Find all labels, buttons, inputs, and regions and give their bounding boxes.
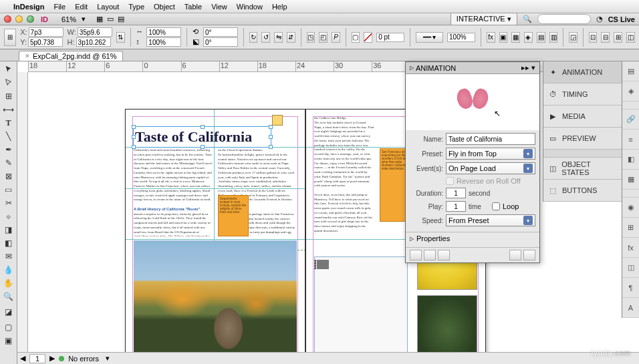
menu-object[interactable]: Object [154,3,175,11]
paragraph-icon[interactable]: P [332,32,340,43]
fit-proportionally-icon[interactable]: ◫ [626,32,635,43]
gap-tool-icon[interactable]: ⟷ [1,103,16,116]
panel-buttons[interactable]: ⬚BUTTONS [543,180,622,202]
rotate-90-cw-icon[interactable]: ↻ [249,32,258,43]
flip-vertical-icon[interactable]: ⇵ [287,32,295,43]
stroke-swatch-icon[interactable] [364,32,372,43]
x-position-input[interactable] [29,27,63,37]
animation-proxy-icon[interactable] [272,115,283,126]
anim-preset-select[interactable]: Fly in from Top▾ [446,148,535,160]
body-text-column-3[interactable]: the Golden Gate Bridge.The next day incl… [314,116,374,236]
type-tool-icon[interactable]: T [1,116,16,130]
convert-to-path-icon[interactable] [438,250,450,260]
links-dock-icon[interactable]: 🔗 [622,110,639,130]
effects-icon[interactable]: fx [487,32,495,43]
show-animation-proxy-icon[interactable] [509,250,521,260]
minimize-window-icon[interactable] [15,15,23,23]
selection-tool-icon[interactable] [1,63,16,76]
zoom-dropdown-icon[interactable]: ▾ [82,15,86,23]
search-input[interactable] [537,14,591,24]
scissors-tool-icon[interactable]: ✂ [1,196,16,210]
pen-tool-icon[interactable]: ✒ [1,143,16,156]
close-window-icon[interactable] [4,15,11,23]
align-dock-icon[interactable]: ⊞ [622,218,639,238]
character-styles-dock-icon[interactable]: A [622,298,639,318]
anim-speed-select[interactable]: From Preset▾ [446,214,535,226]
panel-timing[interactable]: ⏱TIMING [543,83,622,106]
stroke-dock-icon[interactable]: ≡ [622,130,639,150]
flip-horizontal-icon[interactable]: ⇋ [274,32,283,43]
select-content-icon[interactable]: ◰ [319,32,328,43]
height-input[interactable] [76,37,111,47]
pages-dock-icon[interactable]: ▤ [622,61,639,81]
animation-panel[interactable]: ▷ANIMATION▸▸ ▾ ↖ Name: Preset:Fly in fro… [405,61,540,263]
stroke-weight-input[interactable] [376,33,404,42]
apply-color-icon[interactable]: ▢ [1,321,16,334]
paragraph-styles-dock-icon[interactable]: ¶ [622,278,639,298]
fit-content-icon[interactable]: ⊡ [589,32,598,43]
color-dock-icon[interactable]: ◧ [622,150,639,170]
text-wrap-none-icon[interactable]: ▣ [499,32,508,43]
slideshow-frame[interactable] [314,256,408,355]
anim-play-input[interactable] [446,201,466,212]
rotate-input[interactable] [203,27,238,37]
sidebar-callout[interactable]: Departments located in most include, exp… [218,195,249,236]
anim-properties-toggle[interactable]: Properties [416,234,450,242]
effects-dock-icon[interactable]: fx [622,238,639,258]
view-mode-normal-icon[interactable]: ▣ [1,334,16,347]
text-wrap-jump-icon[interactable]: ▤ [537,32,545,43]
pathfinder-dock-icon[interactable]: ◉ [622,198,639,218]
y-position-input[interactable] [28,37,63,47]
panel-animation[interactable]: ✦ANIMATION [543,61,622,83]
scale-x-input[interactable] [146,27,181,37]
object-styles-dock-icon[interactable]: ◫ [622,258,639,278]
select-container-icon[interactable]: ◳ [307,32,315,43]
anim-duration-input[interactable] [446,188,466,198]
close-tab-icon[interactable]: ✕ [25,53,30,59]
view-options-icon[interactable]: ▦ [96,15,103,23]
workspace-switcher[interactable]: INTERACTIVE ▾ [451,13,517,25]
swatches-dock-icon[interactable]: ▦ [622,170,639,190]
menu-help[interactable]: Help [272,3,287,11]
zoom-level[interactable]: 61% [61,15,76,23]
corner-options-icon[interactable]: ◲ [569,32,578,43]
loop-checkbox[interactable] [492,202,500,210]
panel-media[interactable]: ▶MEDIA [543,106,622,128]
reference-point-icon[interactable]: ⊞ [4,29,16,46]
vertical-ruler[interactable] [17,72,28,364]
fill-swatch-icon[interactable]: ▢ [352,32,360,43]
text-wrap-bounding-icon[interactable]: ▦ [511,32,520,43]
menu-layout[interactable]: Layout [97,3,119,11]
document-tab[interactable]: ✕ ExpCali_2pg.indd @ 61% [19,51,123,61]
menu-table[interactable]: Table [184,3,202,11]
scale-y-input[interactable] [146,37,181,47]
line-tool-icon[interactable]: ╲ [1,130,16,143]
eyedropper-tool-icon[interactable]: 💧 [1,263,16,277]
menu-view[interactable]: View [211,3,227,11]
rotate-90-ccw-icon[interactable]: ↺ [261,32,270,43]
gradient-feather-tool-icon[interactable]: ◧ [1,236,16,250]
page-nav-prev-icon[interactable]: ◀ [20,354,25,363]
panel-object-states[interactable]: ◫OBJECT STATES [543,158,622,180]
shear-input[interactable] [203,37,238,47]
anim-name-input[interactable] [446,133,535,145]
preflight-dropdown-icon[interactable]: ▾ [106,354,110,363]
menu-edit[interactable]: Edit [75,3,88,11]
panel-preview[interactable]: ▭PREVIEW [543,128,622,150]
menu-file[interactable]: File [53,3,66,11]
screen-mode-icon[interactable]: ▭ [107,15,114,23]
center-content-icon[interactable]: ⊞ [614,32,622,43]
trash-icon[interactable] [523,250,535,260]
page-nav-input[interactable]: 1 [29,354,45,363]
photo-frame[interactable] [134,240,297,363]
zoom-window-icon[interactable] [27,15,34,23]
layers-dock-icon[interactable]: ◈ [622,81,639,102]
rectangle-frame-tool-icon[interactable]: ⊠ [1,170,16,183]
rectangle-tool-icon[interactable]: ▭ [1,183,16,196]
text-wrap-jump-next-icon[interactable]: ▥ [549,32,558,43]
anim-events-select[interactable]: On Page Load▾ [446,162,535,174]
text-wrap-shape-icon[interactable]: ◈ [524,32,533,43]
page-nav-next-icon[interactable]: ▶ [49,354,55,363]
arrange-documents-icon[interactable]: ▤ [118,15,124,23]
media-placeholder-icon[interactable] [317,260,329,269]
